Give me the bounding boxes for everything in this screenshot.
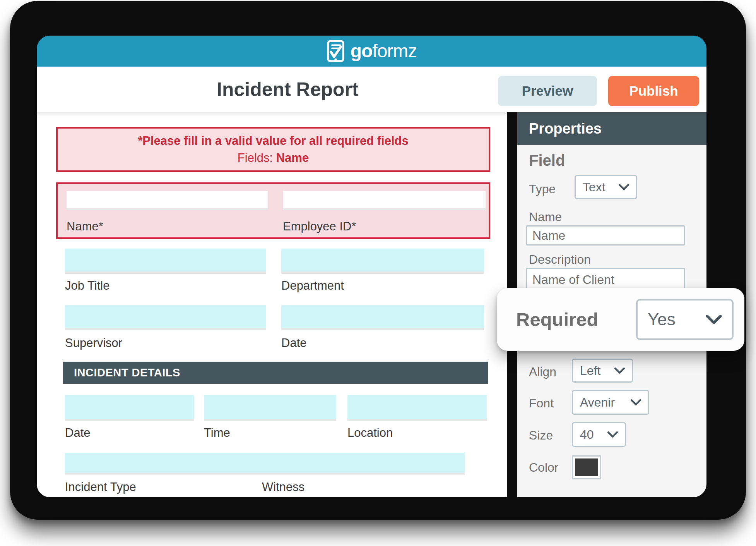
marketing-screenshot: goformz Incident Report Preview Publish … (0, 0, 756, 546)
chevron-down-icon (614, 367, 625, 374)
section-header-incident-details: INCIDENT DETAILS (63, 362, 488, 384)
preview-button[interactable]: Preview (498, 76, 597, 106)
app-header: goformz (37, 36, 706, 67)
name-property-input[interactable] (526, 225, 685, 246)
job-title-field-input[interactable] (65, 249, 266, 274)
error-line2: Fields: Name (238, 151, 309, 165)
font-label: Font (529, 396, 554, 410)
size-select[interactable]: 40 (572, 422, 626, 447)
toolbar: Incident Report Preview Publish (37, 67, 706, 112)
form-canvas: *Please fill in a valid value for all re… (37, 112, 507, 497)
required-select-value: Yes (648, 310, 676, 329)
publish-button[interactable]: Publish (608, 76, 699, 106)
chevron-down-icon (631, 399, 641, 405)
required-label: Required (516, 309, 598, 330)
name-field-label: Name* (67, 220, 103, 234)
required-fields-group: Name* Employee ID* (56, 182, 490, 239)
required-property-popup: Required Yes (497, 288, 744, 351)
department-field-label: Department (281, 279, 344, 293)
incident-time-field-label: Time (204, 426, 230, 440)
supervisor-field-label: Supervisor (65, 336, 122, 350)
supervisor-field-input[interactable] (65, 305, 266, 330)
device-frame: goformz Incident Report Preview Publish … (10, 1, 746, 520)
department-field-input[interactable] (281, 249, 484, 274)
witness-field-input[interactable] (262, 453, 465, 475)
date-field-input[interactable] (281, 305, 484, 330)
align-select-value: Left (580, 364, 600, 378)
incident-location-field-input[interactable] (347, 395, 487, 421)
page-title: Incident Report (217, 67, 359, 112)
incident-date-field-input[interactable] (65, 395, 194, 421)
goformz-logo: goformz (327, 40, 417, 62)
align-label: Align (529, 365, 556, 379)
font-select[interactable]: Avenir (572, 390, 649, 415)
name-label: Name (529, 210, 562, 224)
incident-date-field-label: Date (65, 426, 90, 440)
incident-type-field-label: Incident Type (65, 480, 136, 494)
job-title-field-label: Job Title (65, 279, 109, 293)
employee-id-field-input[interactable] (283, 191, 486, 210)
type-select-value: Text (583, 180, 605, 194)
incident-type-field-input[interactable] (65, 453, 266, 475)
incident-location-field-label: Location (347, 426, 393, 440)
chevron-down-icon (607, 431, 618, 438)
required-select[interactable]: Yes (636, 299, 734, 340)
chevron-down-icon (619, 184, 629, 190)
error-line1: *Please fill in a valid value for all re… (138, 134, 408, 148)
size-select-value: 40 (580, 428, 594, 442)
size-label: Size (529, 428, 553, 443)
font-select-value: Avenir (580, 395, 615, 410)
date-field-label: Date (281, 336, 306, 350)
employee-id-field-label: Employee ID* (283, 220, 356, 234)
goformz-tablet-check-icon (327, 40, 345, 62)
validation-error-banner: *Please fill in a valid value for all re… (56, 127, 490, 172)
description-property-input[interactable] (526, 268, 685, 291)
color-label: Color (529, 460, 558, 475)
chevron-down-icon (706, 315, 722, 324)
incident-time-field-input[interactable] (204, 395, 336, 421)
color-swatch-fill (575, 458, 598, 476)
witness-field-label: Witness (262, 480, 304, 494)
name-field-input[interactable] (67, 191, 268, 210)
type-select[interactable]: Text (575, 175, 637, 199)
type-label: Type (529, 182, 556, 196)
app-window: goformz Incident Report Preview Publish … (37, 36, 706, 497)
goformz-wordmark: goformz (351, 42, 417, 60)
color-swatch[interactable] (572, 455, 601, 479)
field-section-heading: Field (529, 152, 565, 169)
properties-panel-title: Properties (517, 112, 706, 145)
align-select[interactable]: Left (572, 359, 633, 383)
description-label: Description (529, 252, 591, 267)
